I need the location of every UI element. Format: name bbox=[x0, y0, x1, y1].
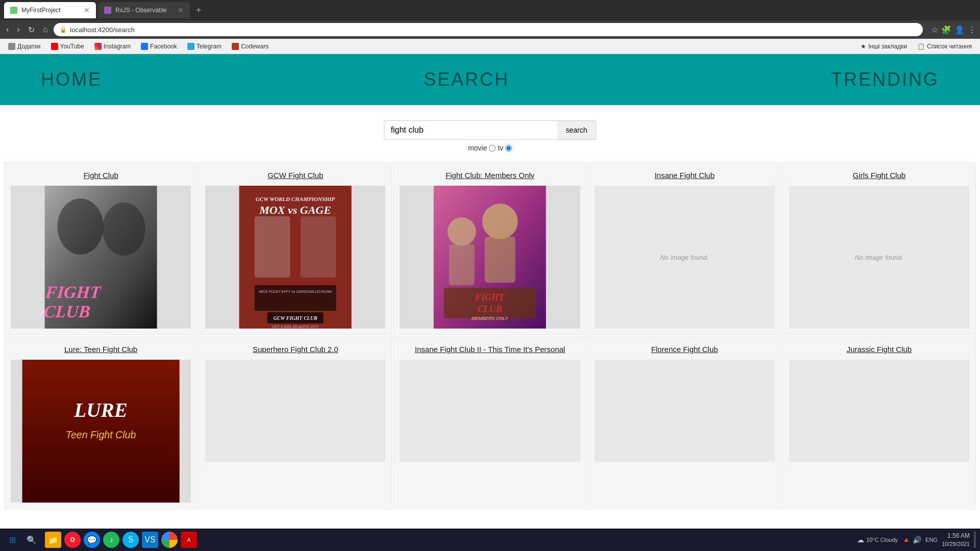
bookmark-youtube[interactable]: YouTube bbox=[47, 42, 88, 51]
system-clock[interactable]: 1:56 AM 10/29/2021 bbox=[942, 532, 970, 540]
taskbar-vscode[interactable]: VS bbox=[142, 532, 158, 540]
taskbar-fileexplorer[interactable]: 📁 bbox=[45, 532, 61, 540]
movie-title-girls[interactable]: Girls Fight Club bbox=[853, 171, 905, 180]
svg-text:FIGHT: FIGHT bbox=[475, 292, 505, 303]
tab-icon-app bbox=[10, 7, 17, 14]
tab-myfirstproject[interactable]: MyFirstProject ✕ bbox=[4, 2, 96, 18]
movie-card-lure: Lure: Teen Fight Club LURE Teen Fight Cl… bbox=[4, 336, 198, 509]
svg-rect-11 bbox=[255, 285, 336, 311]
media-type-radio-group: movie tv bbox=[468, 144, 512, 152]
movie-card-gcw: GCW Fight Club GCW WORLD CHAMPIONSHIP MO… bbox=[199, 162, 392, 335]
bookmarks-bar: Додатки YouTube Instagram Facebook Teleg… bbox=[0, 39, 980, 54]
reading-icon: 📋 bbox=[917, 43, 925, 50]
movie-card-insane2: Insane Fight Club II - This Time It's Pe… bbox=[393, 336, 586, 509]
movie-title-fight-club[interactable]: Fight Club bbox=[83, 171, 118, 180]
search-form: search bbox=[384, 120, 596, 140]
search-nav-label: SEARCH bbox=[424, 69, 509, 90]
facebook-label: Facebook bbox=[150, 43, 177, 50]
movie-title-lure[interactable]: Lure: Teen Fight Club bbox=[64, 345, 137, 354]
extensions-button[interactable]: 🧩 bbox=[941, 25, 951, 35]
movie-radio-label: movie bbox=[468, 144, 487, 152]
movie-title-insane2[interactable]: Insane Fight Club II - This Time It's Pe… bbox=[415, 345, 565, 354]
tab-rxjs[interactable]: RxJS - Observable ✕ bbox=[98, 2, 190, 18]
search-button[interactable]: search bbox=[557, 120, 596, 140]
reading-list[interactable]: 📋 Список читання bbox=[913, 42, 976, 51]
svg-rect-10 bbox=[301, 216, 336, 278]
movie-title-superhero[interactable]: Superhero Fight Club 2.0 bbox=[253, 345, 338, 354]
movie-title-members-only[interactable]: Fight Club: Members Only bbox=[446, 171, 534, 180]
new-tab-button[interactable]: + bbox=[192, 5, 206, 16]
taskbar-search-button[interactable]: 🔍 bbox=[22, 533, 41, 540]
svg-text:GCW FIGHT CLUB: GCW FIGHT CLUB bbox=[274, 315, 317, 321]
movie-card-insane: Insane Fight Club No image found. bbox=[588, 162, 781, 335]
trending-nav-label: TRENDING bbox=[831, 69, 939, 90]
taskbar-spotify[interactable]: ♪ bbox=[103, 532, 119, 540]
results-grid-row1: Fight Club FIGHT CLUB bbox=[0, 162, 980, 335]
youtube-label: YouTube bbox=[60, 43, 84, 50]
account-button[interactable]: 👤 bbox=[954, 25, 965, 35]
movie-radio-button[interactable] bbox=[489, 145, 496, 152]
taskbar-opera[interactable]: O bbox=[64, 532, 81, 540]
addons-icon bbox=[8, 43, 15, 50]
taskbar-icons: 📁 O 💬 ♪ S VS A bbox=[45, 532, 197, 540]
bookmark-codewars[interactable]: Codewars bbox=[228, 42, 273, 51]
movie-title-insane[interactable]: Insane Fight Club bbox=[654, 171, 715, 180]
trending-nav-link[interactable]: TRENDING bbox=[831, 69, 939, 90]
lure-poster-svg: LURE Teen Fight Club bbox=[11, 360, 191, 503]
svg-text:GCW WORLD CHAMPIONSHIP: GCW WORLD CHAMPIONSHIP bbox=[256, 196, 335, 202]
tv-radio-label: tv bbox=[498, 144, 503, 152]
show-desktop-button[interactable] bbox=[974, 532, 976, 540]
tv-radio-button[interactable] bbox=[505, 145, 512, 152]
address-bar[interactable]: 🔒 localhost:4200/search bbox=[54, 23, 923, 36]
svg-text:Teen Fight Club: Teen Fight Club bbox=[66, 429, 136, 440]
bookmark-facebook[interactable]: Facebook bbox=[137, 42, 181, 51]
search-input[interactable] bbox=[384, 120, 557, 140]
taskbar-messenger[interactable]: 💬 bbox=[84, 532, 100, 540]
taskbar-chrome[interactable] bbox=[161, 532, 178, 540]
taskbar-skype[interactable]: S bbox=[122, 532, 139, 540]
bookmark-telegram[interactable]: Telegram bbox=[183, 42, 226, 51]
movie-title-jurassic[interactable]: Jurassic Fight Club bbox=[847, 345, 912, 354]
reload-button[interactable]: ↻ bbox=[26, 23, 37, 37]
sys-icons: ☁ 10°C Cloudy bbox=[857, 536, 898, 540]
lang-indicator: ENG bbox=[925, 537, 938, 540]
movie-card-fight-club: Fight Club FIGHT CLUB bbox=[4, 162, 198, 335]
svg-text:MOX vs GAGE: MOX vs GAGE bbox=[259, 204, 332, 216]
movie-card-girls: Girls Fight Club No image found. bbox=[782, 162, 976, 335]
facebook-icon bbox=[141, 43, 148, 50]
members-only-poster-svg: FIGHT CLUB MEMBERS ONLY bbox=[400, 186, 580, 329]
movie-card-superhero: Superhero Fight Club 2.0 bbox=[199, 336, 392, 509]
reading-list-label: Список читання bbox=[927, 43, 972, 50]
svg-text:MEMBERS ONLY: MEMBERS ONLY bbox=[472, 316, 509, 321]
movie-title-gcw[interactable]: GCW Fight Club bbox=[267, 171, 323, 180]
svg-rect-18 bbox=[449, 244, 475, 285]
svg-point-17 bbox=[448, 217, 476, 246]
tab-label-1: MyFirstProject bbox=[21, 7, 61, 14]
taskbar-acrobat[interactable]: A bbox=[181, 532, 197, 540]
instagram-icon bbox=[94, 43, 102, 50]
bookmark-instagram[interactable]: Instagram bbox=[90, 42, 135, 51]
bookmark-addons[interactable]: Додатки bbox=[4, 42, 45, 51]
menu-button[interactable]: ⋮ bbox=[968, 25, 976, 35]
other-bookmarks[interactable]: ★ Інші закладки bbox=[856, 42, 911, 51]
youtube-icon bbox=[51, 43, 58, 50]
fight-club-poster-svg: FIGHT CLUB bbox=[11, 186, 191, 329]
home-button[interactable]: ⌂ bbox=[41, 23, 50, 36]
tab-close-2[interactable]: ✕ bbox=[178, 6, 184, 14]
movie-card-members-only: Fight Club: Members Only FIGH bbox=[393, 162, 586, 335]
bookmarks-right: ★ Інші закладки 📋 Список читання bbox=[856, 42, 976, 51]
movie-poster-jurassic bbox=[789, 360, 969, 462]
home-nav-link[interactable]: HOME bbox=[41, 69, 102, 90]
app-header: HOME SEARCH TRENDING bbox=[0, 54, 980, 105]
forward-button[interactable]: › bbox=[15, 23, 21, 36]
movie-poster-lure: LURE Teen Fight Club bbox=[11, 360, 191, 503]
bookmark-star[interactable]: ☆ bbox=[931, 25, 938, 35]
start-button[interactable]: ⊞ bbox=[4, 532, 20, 540]
movie-title-florence[interactable]: Florence Fight Club bbox=[651, 345, 718, 354]
search-nav-link[interactable]: SEARCH bbox=[424, 69, 509, 90]
back-button[interactable]: ‹ bbox=[4, 23, 11, 36]
svg-point-19 bbox=[482, 204, 518, 239]
svg-text:MICK FOLEY   EFFY vs CARDONA  : MICK FOLEY EFFY vs CARDONA LIO RUSH bbox=[259, 290, 332, 293]
tab-close-1[interactable]: ✕ bbox=[84, 6, 90, 14]
movie-poster-fight-club: FIGHT CLUB bbox=[11, 186, 191, 329]
